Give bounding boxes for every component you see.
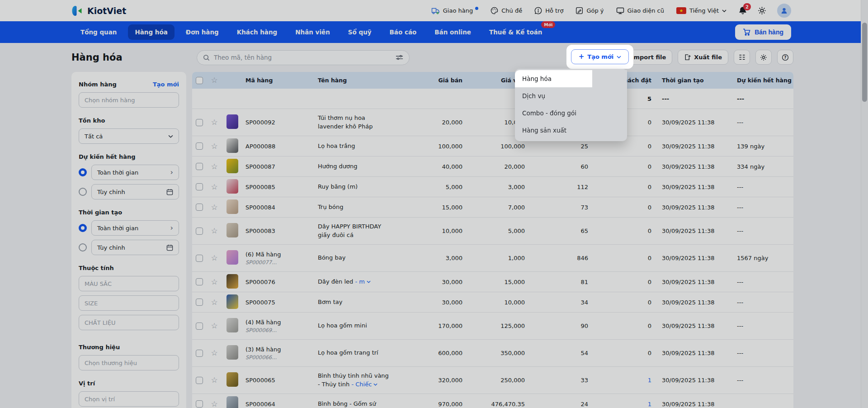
star-icon[interactable]: ☆ [211,299,217,306]
table-row[interactable]: ☆AP000088Lọ hoa trắng100,000100,00025030… [192,136,793,157]
export-file-button[interactable]: Xuất file [678,50,728,65]
table-row[interactable]: ☆SP000087Hướng dương40,00020,00060030/09… [192,157,793,177]
nav-tab[interactable]: Hàng hóa [128,24,174,40]
dropdown-item[interactable]: Hàng sản xuất [515,122,627,139]
table-row[interactable]: ☆SP000092Túi thơm nụ hoalavender khô Phá… [192,109,793,136]
unit-expander[interactable]: - m [355,278,371,285]
price-sell: 170,000 [421,323,467,329]
nav-tab[interactable]: Khách hàng [230,24,284,40]
star-icon[interactable]: ☆ [211,119,217,126]
language-selector[interactable]: ★ Tiếng Việt [676,7,726,14]
dropdown-item[interactable]: Dịch vụ [515,87,627,104]
scrollbar-thumb[interactable] [862,23,867,102]
table-row[interactable]: ☆(4) Mã hàngSP000069...Lọ hoa gốm mini17… [192,313,793,340]
dropdown-item[interactable]: Hàng hóa [515,70,627,87]
radio-unselected[interactable] [79,188,87,196]
row-checkbox[interactable] [196,228,203,235]
select-all-checkbox[interactable] [196,77,203,84]
sell-button[interactable]: Bán hàng [735,24,791,40]
nav-tab[interactable]: Thuế & Kế toánMới [482,24,549,40]
nav-tab[interactable]: Bán online [428,24,478,40]
notifications-button[interactable]: 2 [739,6,747,15]
nav-tab[interactable]: Sổ quỹ [341,24,378,40]
settings-button[interactable] [758,6,766,15]
nav-tab[interactable]: Tổng quan [74,24,123,40]
nav-tab[interactable]: Nhân viên [288,24,337,40]
star-icon[interactable]: ☆ [211,400,217,408]
dropdown-item[interactable]: Combo - đóng gói [515,104,627,122]
radio-selected[interactable] [79,224,87,232]
user-avatar[interactable] [777,4,791,18]
table-row[interactable]: ☆SP000065Bình thủy tinh nhũ vàng- Thủy t… [192,367,793,394]
topbar-item-chu-de[interactable]: Chủ đề [491,7,522,14]
row-checkbox[interactable] [196,323,203,330]
table-row[interactable]: ☆SP000064Bình bông - Gốm sứ970,000476,47… [192,394,793,408]
row-checkbox[interactable] [196,278,203,285]
topbar-item-ho-tro[interactable]: Hỗ trợ [534,7,563,14]
table-row[interactable]: ☆(3) Mã hàngSP000066...Lọ hoa gốm trang … [192,340,793,367]
table-row[interactable]: ☆SP000085Ruy băng (m)5,0003,000112030/09… [192,177,793,197]
filter-sliders-icon[interactable] [396,54,403,61]
row-checkbox[interactable] [196,119,203,126]
row-checkbox[interactable] [196,163,203,170]
created-custom-button[interactable]: Tùy chỉnh [91,240,179,255]
attribute-material-input[interactable] [79,315,179,330]
search-input[interactable] [214,54,392,61]
col-thoi-gian-tao[interactable]: Thời gian tạo [656,77,731,84]
row-checkbox[interactable] [196,255,203,262]
star-icon[interactable]: ☆ [211,163,217,171]
radio-unselected[interactable] [79,243,87,251]
row-checkbox[interactable] [196,400,203,408]
group-filter-input[interactable] [79,92,179,108]
vertical-scrollbar[interactable] [861,0,868,408]
table-settings-button[interactable] [755,50,772,65]
expire-custom-button[interactable]: Tùy chỉnh [91,184,179,199]
create-new-button[interactable]: + Tạo mới [571,49,629,64]
nav-tab[interactable]: Báo cáo [383,24,424,40]
location-filter-input[interactable] [79,391,179,407]
star-icon[interactable]: ☆ [211,278,217,286]
row-checkbox[interactable] [196,142,203,150]
col-ten-hang[interactable]: Tên hàng [318,77,421,84]
unit-expander[interactable]: - Chiếc [351,381,377,388]
brand-filter-input[interactable] [79,355,179,370]
created-alltime-button[interactable]: Toàn thời gian › [91,220,179,236]
star-icon[interactable]: ☆ [211,227,217,235]
create-group-link[interactable]: Tạo mới [153,81,179,88]
star-icon[interactable]: ☆ [211,322,217,330]
topbar-item-giao-dien-cu[interactable]: Giao diện cũ [616,7,664,14]
row-checkbox[interactable] [196,204,203,211]
topbar-item-gop-y[interactable]: Góp ý [576,7,604,14]
table-row[interactable]: ☆SP000075Bơm tay30,00010,00034030/09/202… [192,292,793,313]
table-row[interactable]: ☆SP000084Trụ bóng15,0007,00073030/09/202… [192,197,793,218]
row-checkbox[interactable] [196,299,203,306]
help-button[interactable]: ? [777,50,793,65]
table-row[interactable]: ☆SP000076Dây đèn led - m 30,00015,000810… [192,272,793,292]
table-row[interactable]: ☆(6) Mã hàngSP000077...Bóng bay3,0001,00… [192,245,793,272]
star-icon[interactable]: ☆ [211,254,217,262]
star-icon[interactable]: ☆ [211,349,217,357]
radio-selected[interactable] [79,168,87,176]
stock-filter-select[interactable]: Tất cả [79,128,179,144]
product-thumbnail [226,345,238,360]
star-icon[interactable]: ☆ [211,183,217,191]
table-row[interactable]: ☆SP000083Dây HAPPY BIRTHDAYgiấy đuôi cá1… [192,218,793,245]
star-icon[interactable]: ☆ [211,142,217,150]
kiotviet-logo[interactable]: KiotViet [71,5,126,17]
expire-alltime-button[interactable]: Toàn thời gian › [91,165,179,180]
col-gia-ban[interactable]: Giá bán [421,77,467,84]
attribute-size-input[interactable] [79,295,179,311]
search-box[interactable] [197,50,410,65]
topbar-item-giao-hang[interactable]: Giao hàng [431,7,478,14]
col-du-kien-het-hang[interactable]: Dự kiến hết hàng [731,77,793,84]
columns-settings-button[interactable] [734,50,750,65]
star-icon[interactable]: ☆ [211,376,217,384]
attribute-color-input[interactable] [79,276,179,291]
row-checkbox[interactable] [196,350,203,357]
star-header-icon[interactable]: ☆ [211,76,217,84]
row-checkbox[interactable] [196,377,203,384]
star-icon[interactable]: ☆ [211,204,217,211]
row-checkbox[interactable] [196,183,203,190]
col-ma-hang[interactable]: Mã hàng [245,77,318,84]
nav-tab[interactable]: Đơn hàng [179,24,226,40]
